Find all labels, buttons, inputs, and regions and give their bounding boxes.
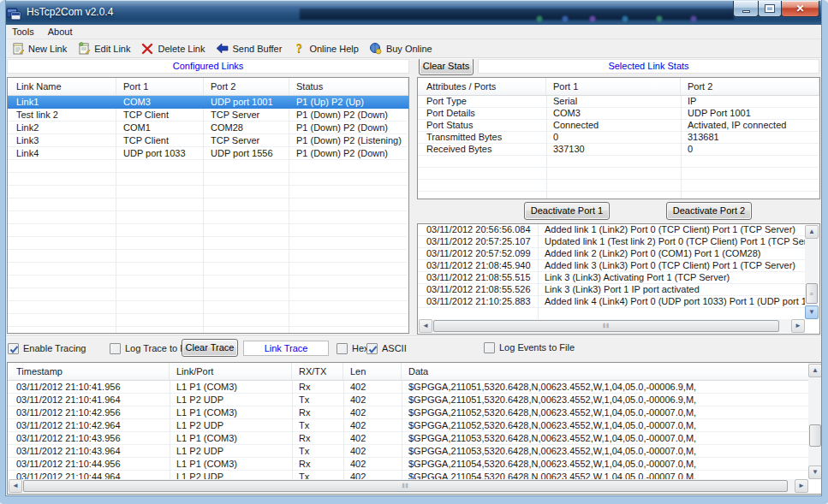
cell-status: P1 (Down) P2 (Listening)	[289, 134, 408, 147]
cell-timestamp: 03/11/2012 21:10:42.956	[8, 406, 170, 419]
buy-online-label: Buy Online	[386, 44, 432, 54]
event-log-entry[interactable]: 03/11/2012 21:08:55.515Link 3 (Link3) Ac…	[418, 272, 806, 284]
event-log-entry[interactable]: 03/11/2012 21:10:25.883Added link 4 (Lin…	[418, 296, 806, 308]
title-bar: HsTcp2Com v2.0.4 ✕	[0, 0, 828, 25]
event-log-horizontal-scrollbar: ◄ ⦀⦀ ►	[419, 319, 805, 333]
scroll-left-arrow[interactable]: ◄	[419, 319, 432, 333]
scrollbar-thumb[interactable]: ≡	[806, 283, 818, 304]
enable-tracing-checkbox[interactable]: Enable Tracing	[8, 342, 86, 354]
clear-stats-button[interactable]: Clear Stats	[419, 57, 474, 75]
column-header-status[interactable]: Status	[289, 78, 408, 95]
cell-status: P1 (Down) P2 (Down)	[289, 122, 408, 134]
send-buffer-label: Send Buffer	[233, 44, 283, 54]
scrollbar-thumb[interactable]: ⦀⦀	[433, 320, 779, 332]
checkbox-box	[366, 343, 378, 354]
column-header-link-name[interactable]: Link Name	[8, 78, 116, 95]
close-button[interactable]: ✕	[781, 1, 819, 17]
scroll-down-arrow[interactable]: ▼	[808, 465, 822, 479]
cell-timestamp: 03/11/2012 21:10:42.964	[8, 419, 170, 432]
event-log-vertical-scrollbar: ▲ ≡ ▼	[805, 225, 819, 319]
checkbox-box	[484, 342, 495, 353]
scroll-up-arrow[interactable]: ▲	[808, 364, 822, 377]
cell-port2: IP	[681, 96, 819, 108]
menu-tools[interactable]: Tools	[5, 25, 41, 39]
menu-about[interactable]: About	[41, 25, 80, 39]
cell-port1: COM1	[116, 122, 204, 134]
link-stats-row[interactable]: Transmitted Bytes0313681	[418, 132, 819, 144]
column-header-linkport[interactable]: Link/Port	[170, 363, 292, 380]
event-log-entry[interactable]: 03/11/2012 20:56:56.084Added link 1 (Lin…	[418, 224, 806, 236]
cell-data: $GPGGA,211053,5320.6428,N,00623.4552,W,1…	[402, 445, 809, 458]
trace-row[interactable]: 03/11/2012 21:10:41.956L1 P1 (COM3)Rx402…	[8, 381, 809, 394]
trace-row[interactable]: 03/11/2012 21:10:43.956L1 P1 (COM3)Rx402…	[8, 432, 809, 445]
minimize-icon	[742, 10, 750, 13]
event-log-entry[interactable]: 03/11/2012 21:08:45.940Added link 3 (Lin…	[418, 260, 806, 272]
column-header-timestamp[interactable]: Timestamp	[8, 363, 170, 380]
trace-row[interactable]: 03/11/2012 21:10:43.964L1 P2 UDPTx402$GP…	[8, 445, 809, 458]
online-help-button[interactable]: ? Online Help	[288, 40, 364, 57]
configured-link-row[interactable]: Test link 2TCP ClientTCP ServerP1 (Down)…	[8, 109, 408, 122]
buy-online-button[interactable]: Buy Online	[365, 40, 438, 57]
configured-link-row[interactable]: Link2COM1COM28P1 (Down) P2 (Down)	[8, 122, 408, 134]
cell-timestamp: 03/11/2012 20:56:56.084	[418, 224, 538, 236]
deactivate-port2-button[interactable]: Deactivate Port 2	[666, 202, 752, 220]
event-log-entry[interactable]: 03/11/2012 21:08:55.526Link 3 (Link3) Po…	[418, 284, 806, 296]
delete-link-icon	[140, 42, 154, 56]
log-events-label: Log Events to File	[499, 342, 575, 353]
clear-trace-button[interactable]: Clear Trace	[182, 339, 238, 357]
cell-status: P1 (Down) P2 (Down)	[289, 147, 408, 160]
configured-links-table: Link Name Port 1 Port 2 Status Link1COM3…	[7, 77, 409, 334]
scrollbar-thumb[interactable]: ⦀⦀	[23, 480, 788, 492]
scroll-left-arrow[interactable]: ◄	[9, 479, 22, 493]
link-stats-row[interactable]: Port StatusConnectedActivated, IP connec…	[418, 120, 819, 132]
event-log-entry[interactable]: 03/11/2012 20:57:52.099Added link 2 (Lin…	[418, 248, 806, 260]
cell-data: $GPGGA,211053,5320.6428,N,00623.4552,W,1…	[402, 432, 809, 445]
send-buffer-icon	[216, 42, 229, 56]
maximize-button[interactable]	[758, 1, 782, 17]
scroll-right-arrow[interactable]: ►	[791, 319, 805, 333]
hex-checkbox[interactable]: Hex	[337, 342, 369, 354]
new-link-button[interactable]: New Link	[7, 40, 73, 57]
trace-row[interactable]: 03/11/2012 21:10:44.956L1 P1 (COM3)Rx402…	[8, 458, 809, 471]
cell-data: $GPGGA,211051,5320.6428,N,00623.4552,W,1…	[402, 381, 809, 394]
configured-link-row[interactable]: Link3TCP ClientTCP ServerP1 (Down) P2 (L…	[8, 134, 408, 147]
configured-link-row[interactable]: Link4UDP port 1033UDP port 1556P1 (Down)…	[8, 147, 408, 160]
trace-row[interactable]: 03/11/2012 21:10:41.964L1 P2 UDPTx402$GP…	[8, 394, 809, 406]
link-stats-row[interactable]: Port TypeSerialIP	[418, 96, 819, 108]
column-header-len[interactable]: Len	[343, 363, 402, 380]
trace-row[interactable]: 03/11/2012 21:10:42.956L1 P1 (COM3)Rx402…	[8, 406, 809, 419]
column-header-port1[interactable]: Port 1	[116, 78, 204, 95]
cell-rxtx: Rx	[292, 432, 343, 445]
event-log-entry[interactable]: 03/11/2012 20:57:25.107Updated link 1 (T…	[418, 236, 806, 248]
link-stats-header: Attributes / Ports Port 1 Port 2	[418, 78, 819, 96]
scrollbar-thumb[interactable]	[809, 424, 821, 447]
cell-rxtx: Rx	[292, 406, 343, 419]
column-header-port2[interactable]: Port 2	[681, 78, 819, 95]
cell-rxtx: Tx	[292, 445, 343, 458]
send-buffer-button[interactable]: Send Buffer	[211, 40, 289, 57]
cell-timestamp: 03/11/2012 21:08:45.940	[418, 260, 538, 272]
edit-link-button[interactable]: Edit Link	[73, 40, 136, 57]
column-header-data[interactable]: Data	[402, 363, 809, 380]
cell-message: Added link 3 (Link3) Port 0 (TCP Client)…	[538, 260, 806, 272]
log-events-checkbox[interactable]: Log Events to File	[484, 341, 575, 353]
column-header-attributes[interactable]: Attributes / Ports	[418, 78, 546, 95]
link-stats-row[interactable]: Port DetailsCOM3UDP Port 1001	[418, 108, 819, 120]
minimize-button[interactable]	[733, 1, 759, 17]
cell-message: Added link 1 (Link2) Port 0 (TCP Client)…	[538, 224, 806, 236]
scroll-right-arrow[interactable]: ►	[795, 479, 808, 493]
cell-len: 402	[343, 394, 402, 406]
delete-link-button[interactable]: Delete Link	[136, 40, 211, 57]
trace-row[interactable]: 03/11/2012 21:10:42.964L1 P2 UDPTx402$GP…	[8, 419, 809, 432]
configured-link-row[interactable]: Link1COM3UDP port 1001P1 (Up) P2 (Up)	[8, 96, 408, 109]
link-stats-row[interactable]: Received Bytes3371300	[418, 144, 819, 156]
column-header-port2[interactable]: Port 2	[204, 78, 289, 95]
ascii-checkbox[interactable]: ASCII	[366, 342, 407, 354]
column-header-rxtx[interactable]: RX/TX	[292, 363, 343, 380]
cell-timestamp: 03/11/2012 20:57:52.099	[418, 248, 538, 260]
column-header-port1[interactable]: Port 1	[546, 78, 681, 95]
cell-timestamp: 03/11/2012 20:57:25.107	[418, 236, 538, 248]
scroll-down-arrow[interactable]: ▼	[805, 305, 819, 319]
scroll-up-arrow[interactable]: ▲	[805, 225, 819, 239]
deactivate-port1-button[interactable]: Deactivate Port 1	[524, 202, 610, 220]
